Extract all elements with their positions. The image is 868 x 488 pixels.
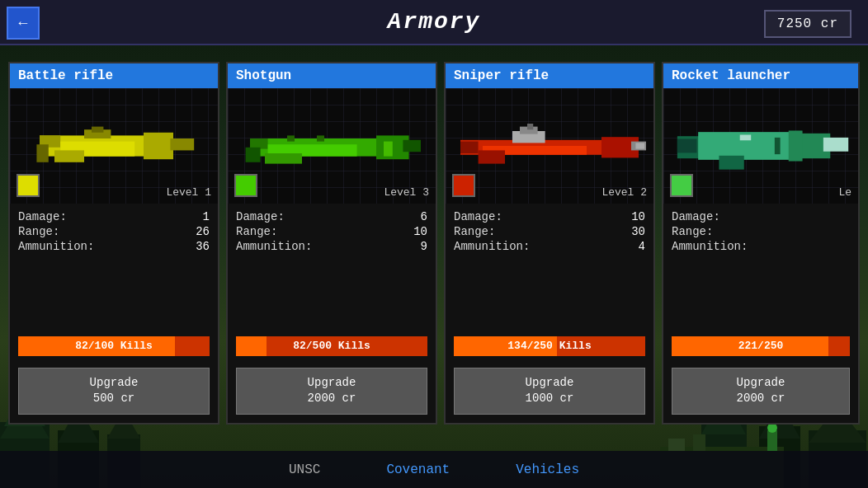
svg-rect-23 <box>54 150 84 162</box>
kills-text-1: 82/100 Kills <box>75 340 153 352</box>
svg-rect-36 <box>246 148 261 162</box>
weapon-level-4: Le <box>838 186 851 199</box>
upgrade-button-2[interactable]: Upgrade 2000 cr <box>236 368 427 415</box>
weapon-color-swatch-2 <box>234 174 257 197</box>
upgrade-button-1[interactable]: Upgrade 500 cr <box>18 368 210 415</box>
stat-range-1: Range: 26 <box>18 225 210 238</box>
weapon-stats-2: Damage: 6 Range: 10 Ammunition: 9 <box>228 204 436 330</box>
svg-rect-53 <box>719 156 743 170</box>
svg-rect-20 <box>170 138 194 150</box>
weapon-card-sniper: Sniper rifle Level 2 <box>444 62 655 425</box>
weapon-card-shotgun: Shotgun Level 3 Damage: <box>226 62 437 425</box>
svg-rect-19 <box>144 133 173 159</box>
svg-rect-32 <box>265 153 302 164</box>
weapon-image-rocket: Le <box>663 88 858 204</box>
weapon-level-3: Level 2 <box>601 186 647 199</box>
header: ← Armory 7250 cr <box>0 0 868 45</box>
weapon-name-shotgun: Shotgun <box>228 63 436 88</box>
svg-rect-35 <box>317 135 324 141</box>
kills-bar-3: 134/250 Kills <box>454 336 645 356</box>
svg-rect-54 <box>740 135 751 141</box>
weapon-card-battle-rifle: Battle rifle Level 1 Damage: 1 <box>8 62 219 425</box>
stat-damage-4: Damage: <box>672 210 850 223</box>
svg-rect-29 <box>403 140 421 152</box>
stat-damage-2: Damage: 6 <box>236 210 427 223</box>
back-button[interactable]: ← <box>7 7 40 40</box>
svg-rect-45 <box>479 150 505 163</box>
weapon-level-2: Level 3 <box>384 186 429 199</box>
svg-rect-30 <box>250 138 268 149</box>
kills-bar-4: 221/250 <box>672 336 850 356</box>
stat-damage-1: Damage: 1 <box>18 210 210 223</box>
svg-rect-46 <box>635 143 644 148</box>
stat-range-2: Range: 10 <box>236 225 427 238</box>
kills-text-4: 221/250 <box>738 340 784 352</box>
kills-bar-2: 82/500 Kills <box>236 336 427 356</box>
svg-rect-43 <box>527 124 533 129</box>
weapon-color-swatch-1 <box>17 174 40 197</box>
stat-range-4: Range: <box>672 225 850 238</box>
page-title: Armory <box>388 9 481 35</box>
weapon-image-sniper: Level 2 <box>446 88 653 204</box>
nav-item-vehicles[interactable]: Vehicles <box>516 462 579 477</box>
svg-rect-24 <box>36 144 48 162</box>
weapon-name-sniper: Sniper rifle <box>446 63 653 88</box>
upgrade-button-4[interactable]: Upgrade 2000 cr <box>672 368 850 415</box>
stat-ammo-3: Ammunition: 4 <box>454 240 645 253</box>
svg-rect-26 <box>92 127 103 133</box>
weapon-card-rocket: Rocket launcher Le Damage: <box>662 62 860 425</box>
weapon-stats-1: Damage: 1 Range: 26 Ammunition: 36 <box>10 204 218 330</box>
weapon-name-battle-rifle: Battle rifle <box>10 63 218 88</box>
svg-rect-40 <box>460 142 479 153</box>
svg-rect-55 <box>775 138 781 154</box>
weapon-image-shotgun: Level 3 <box>228 88 436 204</box>
stat-ammo-4: Ammunition: <box>672 240 850 253</box>
kills-text-2: 82/500 Kills <box>293 340 370 352</box>
weapon-name-rocket: Rocket launcher <box>663 63 858 88</box>
stat-ammo-1: Ammunition: 36 <box>18 240 210 253</box>
kills-bar-1: 82/100 Kills <box>18 336 210 356</box>
bottom-navigation: UNSC Covenant Vehicles <box>0 451 868 488</box>
nav-item-covenant[interactable]: Covenant <box>386 462 450 477</box>
stat-ammo-2: Ammunition: 9 <box>236 240 427 253</box>
stat-damage-3: Damage: 10 <box>454 210 645 223</box>
currency-display: 7250 cr <box>764 10 851 38</box>
weapon-stats-4: Damage: Range: Ammunition: <box>663 204 858 330</box>
nav-item-unsc[interactable]: UNSC <box>289 462 320 477</box>
kills-text-3: 134/250 Kills <box>507 340 591 352</box>
weapon-stats-3: Damage: 10 Range: 30 Ammunition: 4 <box>446 204 653 330</box>
svg-rect-33 <box>384 142 393 157</box>
svg-rect-50 <box>677 139 697 153</box>
svg-rect-34 <box>287 135 295 141</box>
weapon-color-swatch-4 <box>670 174 693 197</box>
weapons-grid: Battle rifle Level 1 Damage: 1 <box>0 45 868 441</box>
upgrade-button-3[interactable]: Upgrade 1000 cr <box>454 368 645 415</box>
weapon-level-1: Level 1 <box>166 186 211 199</box>
svg-rect-49 <box>823 138 848 152</box>
svg-rect-52 <box>789 130 803 161</box>
weapon-color-swatch-3 <box>452 174 475 197</box>
weapon-image-battle-rifle: Level 1 <box>10 88 218 204</box>
kills-bar-fill-2 <box>236 336 267 356</box>
stat-range-3: Range: 30 <box>454 225 645 238</box>
